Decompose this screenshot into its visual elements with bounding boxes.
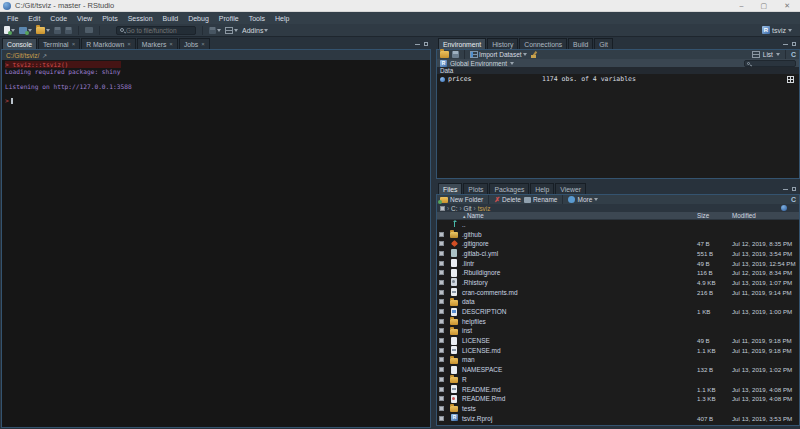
file-row[interactable]: LICENSE.md 1.1 KB Jul 11, 2019, 9:18 PM	[437, 345, 799, 355]
panes-button[interactable]	[225, 27, 238, 34]
column-size[interactable]: Size	[697, 212, 709, 219]
new-folder-button[interactable]: New Folder	[440, 196, 483, 203]
menu-item[interactable]: Build	[158, 15, 184, 22]
more-button[interactable]: More	[568, 196, 598, 203]
file-checkbox[interactable]	[439, 319, 444, 324]
file-row[interactable]: tsviz.Rproj 407 B Jul 13, 2019, 3:53 PM	[437, 413, 799, 423]
list-view-button[interactable]: List	[763, 51, 773, 58]
breadcrumb-segment[interactable]: tsviz	[474, 205, 491, 212]
files-tab[interactable]: Files	[438, 183, 462, 194]
file-row[interactable]: inst	[437, 326, 799, 336]
menu-item[interactable]: Tools	[244, 15, 270, 22]
files-tab[interactable]: Viewer	[555, 183, 586, 194]
file-row[interactable]: .Rhistory 4.9 KB Jul 13, 2019, 1:07 PM	[437, 278, 799, 288]
minimize-panel-icon[interactable]	[415, 44, 420, 45]
environment-search[interactable]	[744, 60, 796, 67]
new-project-button[interactable]	[19, 27, 32, 34]
environment-tab[interactable]: Git	[594, 38, 613, 49]
file-row[interactable]: LICENSE 49 B Jul 11, 2019, 9:18 PM	[437, 336, 799, 346]
close-tab-icon[interactable]: ×	[72, 41, 76, 47]
file-checkbox[interactable]	[439, 309, 444, 314]
menu-item[interactable]: Edit	[23, 15, 45, 22]
column-modified[interactable]: Modified	[732, 212, 756, 219]
file-row[interactable]: README.Rmd 1.3 KB Jul 13, 2019, 4:08 PM	[437, 394, 799, 404]
files-tab[interactable]: Packages	[489, 183, 529, 194]
file-checkbox[interactable]	[439, 416, 444, 421]
save-button[interactable]	[54, 27, 61, 34]
delete-button[interactable]: ✗Delete	[494, 196, 521, 203]
maximize-button[interactable]: ▢	[761, 0, 768, 12]
menu-item[interactable]: File	[2, 15, 23, 22]
file-row[interactable]: data	[437, 297, 799, 307]
minimize-panel-icon[interactable]	[783, 44, 788, 45]
save-all-button[interactable]	[65, 27, 72, 34]
menu-item[interactable]: Profile	[214, 15, 244, 22]
file-row[interactable]: .gitignore 47 B Jul 12, 2019, 8:35 PM	[437, 239, 799, 249]
goto-file-input[interactable]	[126, 27, 194, 34]
popout-button[interactable]	[209, 27, 221, 34]
file-row[interactable]: .lintr 49 B Jul 13, 2019, 12:54 PM	[437, 258, 799, 268]
file-row[interactable]: helpfiles	[437, 316, 799, 326]
menu-item[interactable]: Code	[45, 15, 72, 22]
environment-tab[interactable]: History	[487, 38, 518, 49]
addins-button[interactable]: Addins	[242, 27, 268, 34]
save-workspace-icon[interactable]	[452, 51, 459, 58]
file-row[interactable]: man	[437, 355, 799, 365]
file-checkbox[interactable]	[439, 251, 444, 256]
file-checkbox[interactable]	[439, 241, 444, 246]
file-row[interactable]: ..	[437, 220, 799, 230]
file-checkbox[interactable]	[439, 290, 444, 295]
file-checkbox[interactable]	[439, 280, 444, 285]
new-file-button[interactable]	[4, 26, 15, 34]
rename-button[interactable]: Rename	[524, 196, 558, 203]
environment-object-row[interactable]: prices 1174 obs. of 4 variables	[437, 74, 799, 84]
file-checkbox[interactable]	[439, 406, 444, 411]
menu-item[interactable]: Session	[123, 15, 158, 22]
files-tab[interactable]: Plots	[463, 183, 488, 194]
file-checkbox[interactable]	[439, 377, 444, 382]
import-dataset-button[interactable]: Import Dataset	[470, 51, 527, 58]
open-in-files-icon[interactable]: ↗	[42, 52, 47, 59]
file-row[interactable]: DESCRIPTION 1 KB Jul 13, 2019, 1:00 PM	[437, 307, 799, 317]
maximize-panel-icon[interactable]	[424, 42, 428, 46]
file-checkbox[interactable]	[439, 348, 444, 353]
menu-item[interactable]: Debug	[183, 15, 214, 22]
file-checkbox[interactable]	[439, 396, 444, 401]
console-tab[interactable]: Jobs ×	[179, 38, 210, 49]
goto-file-search[interactable]	[116, 26, 196, 35]
select-all-checkbox[interactable]	[440, 206, 445, 211]
menu-item[interactable]: Plots	[97, 15, 123, 22]
files-tab[interactable]: Help	[530, 183, 554, 194]
file-checkbox[interactable]	[439, 261, 444, 266]
environment-tab[interactable]: Build	[568, 38, 593, 49]
file-checkbox[interactable]	[439, 338, 444, 343]
view-table-icon[interactable]	[787, 76, 794, 83]
environment-tab[interactable]: Environment	[438, 38, 486, 49]
console-tab[interactable]: R Markdown ×	[81, 38, 136, 49]
console-tab[interactable]: Console	[2, 38, 37, 49]
file-checkbox[interactable]	[439, 232, 444, 237]
file-row[interactable]: .Rbuildignore 116 B Jul 12, 2019, 8:34 P…	[437, 268, 799, 278]
close-tab-icon[interactable]: ×	[169, 41, 173, 47]
console-tab[interactable]: Markers ×	[137, 38, 178, 49]
menu-item[interactable]: Help	[270, 15, 294, 22]
refresh-icon[interactable]: C	[791, 196, 796, 204]
minimize-button[interactable]: –	[740, 0, 744, 12]
console-output[interactable]: > tsviz:::tsviz() Loading required packa…	[2, 60, 430, 427]
file-row[interactable]: R	[437, 375, 799, 385]
scope-selector[interactable]: Global Environment	[450, 60, 507, 67]
breadcrumb-segment[interactable]: C:	[447, 205, 457, 212]
file-checkbox[interactable]	[439, 387, 444, 392]
file-checkbox[interactable]	[439, 270, 444, 275]
file-checkbox[interactable]	[439, 367, 444, 372]
clear-objects-icon[interactable]	[530, 51, 538, 59]
maximize-panel-icon[interactable]	[792, 42, 796, 46]
console-tab[interactable]: Terminal ×	[38, 38, 80, 49]
menu-item[interactable]: View	[72, 15, 97, 22]
load-workspace-icon[interactable]	[440, 51, 449, 58]
print-button[interactable]	[85, 27, 93, 33]
close-tab-icon[interactable]: ×	[201, 41, 205, 47]
minimize-panel-icon[interactable]	[783, 189, 788, 190]
column-name[interactable]: Name	[463, 212, 484, 219]
file-row[interactable]: cran-comments.md 216 B Jul 11, 2019, 9:1…	[437, 287, 799, 297]
